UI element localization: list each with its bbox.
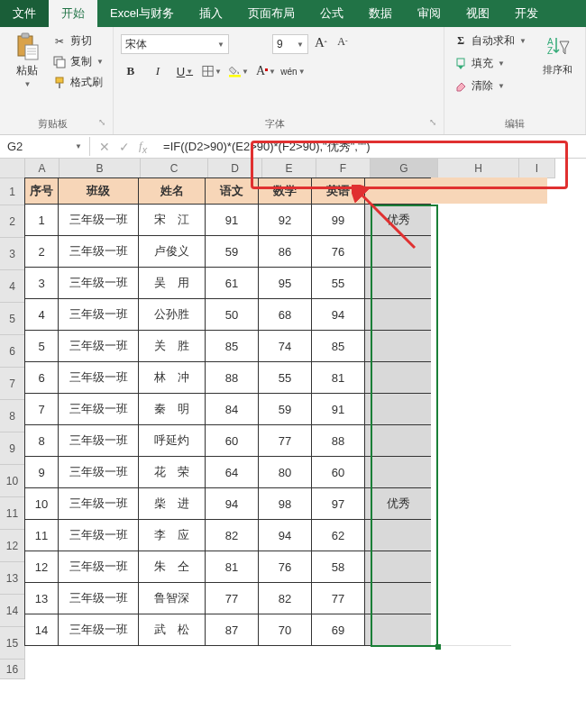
cell[interactable]: 84 [205, 393, 259, 425]
cell[interactable]: 6 [24, 361, 59, 394]
header-cell[interactable] [364, 177, 432, 205]
cell[interactable]: 吴 用 [138, 267, 206, 299]
cell[interactable]: 69 [311, 614, 365, 646]
name-box[interactable]: G2 ▼ [0, 137, 90, 156]
cell[interactable]: 87 [205, 614, 259, 646]
row-header[interactable]: 11 [0, 497, 25, 530]
col-header[interactable]: B [60, 159, 141, 178]
cell[interactable] [364, 614, 432, 646]
cell[interactable] [511, 235, 547, 268]
cell[interactable]: 91 [205, 204, 259, 236]
cell[interactable] [364, 267, 432, 299]
row-header[interactable]: 16 [0, 660, 25, 679]
increase-font-button[interactable]: Aˆ [312, 35, 330, 53]
cell[interactable] [431, 267, 512, 299]
cell[interactable]: 95 [258, 267, 312, 299]
cell[interactable] [431, 235, 512, 268]
font-size-select[interactable]: 9▼ [272, 34, 308, 54]
cell[interactable] [364, 456, 432, 488]
cell[interactable]: 85 [205, 330, 259, 362]
cell[interactable]: 三年级一班 [58, 393, 139, 425]
cell[interactable]: 60 [311, 456, 365, 488]
cell[interactable] [364, 298, 432, 331]
header-cell[interactable]: 班级 [58, 177, 139, 205]
row-header[interactable]: 1 [0, 178, 25, 205]
enter-icon[interactable]: ✓ [119, 140, 130, 154]
cell[interactable]: 7 [24, 393, 59, 425]
cell[interactable]: 花 荣 [138, 456, 206, 488]
cell[interactable]: 9 [24, 456, 59, 488]
bold-button[interactable]: B [121, 61, 141, 81]
cell[interactable]: 85 [311, 330, 365, 362]
cell[interactable] [364, 393, 432, 425]
cell[interactable] [431, 177, 512, 205]
paste-button[interactable]: 粘贴 ▼ [7, 31, 47, 90]
cell[interactable] [364, 519, 432, 551]
cell[interactable] [431, 487, 512, 520]
cell[interactable]: 77 [311, 582, 365, 614]
cell[interactable]: 64 [205, 456, 259, 488]
cell[interactable]: 61 [205, 267, 259, 299]
cell[interactable]: 三年级一班 [58, 551, 139, 583]
cell[interactable]: 5 [24, 330, 59, 362]
row-header[interactable]: 13 [0, 562, 25, 595]
row-header[interactable]: 7 [0, 368, 25, 400]
cell[interactable]: 58 [311, 551, 365, 583]
row-header[interactable]: 5 [0, 303, 25, 335]
row-header[interactable]: 12 [0, 530, 25, 562]
format-painter-button[interactable]: 格式刷 [50, 74, 105, 91]
sheet-grid[interactable]: 1 2 3 4 5 6 7 8 9 10 11 12 13 14 15 16 A… [0, 159, 586, 679]
cell[interactable] [511, 456, 547, 488]
cell[interactable]: 3 [24, 267, 59, 299]
row-header[interactable]: 9 [0, 432, 25, 465]
cell[interactable]: 62 [311, 519, 365, 551]
cell[interactable]: 三年级一班 [58, 204, 139, 236]
cell[interactable]: 59 [205, 235, 259, 268]
tab-page-layout[interactable]: 页面布局 [235, 0, 307, 27]
cell[interactable]: 公孙胜 [138, 298, 206, 331]
row-header[interactable]: 6 [0, 335, 25, 368]
cell[interactable] [431, 298, 512, 331]
cell[interactable]: 99 [311, 204, 365, 236]
tab-insert[interactable]: 插入 [187, 0, 235, 27]
cell[interactable] [511, 267, 547, 299]
tab-file[interactable]: 文件 [0, 0, 49, 27]
cell[interactable]: 97 [311, 487, 365, 520]
cell[interactable]: 林 冲 [138, 361, 206, 394]
cell[interactable]: 李 应 [138, 519, 206, 551]
row-header[interactable]: 10 [0, 465, 25, 497]
cell[interactable]: 三年级一班 [58, 456, 139, 488]
cell[interactable] [364, 582, 432, 614]
clear-button[interactable]: 清除▼ [452, 77, 528, 95]
header-cell[interactable]: 数学 [258, 177, 312, 205]
border-button[interactable]: ▼ [202, 61, 222, 81]
cell[interactable]: 三年级一班 [58, 424, 139, 457]
cell[interactable] [511, 298, 547, 331]
cancel-icon[interactable]: ✕ [99, 140, 110, 154]
cell[interactable]: 10 [24, 487, 59, 520]
decrease-font-button[interactable]: Aˇ [334, 35, 352, 53]
cell[interactable]: 82 [205, 519, 259, 551]
cell[interactable] [431, 456, 512, 488]
cell[interactable] [364, 361, 432, 394]
cell[interactable]: 13 [24, 582, 59, 614]
cell[interactable]: 宋 江 [138, 204, 206, 236]
cell[interactable] [511, 614, 547, 646]
tab-home[interactable]: 开始 [49, 0, 97, 27]
cell[interactable]: 2 [24, 235, 59, 268]
header-cell[interactable]: 英语 [311, 177, 365, 205]
row-header[interactable]: 8 [0, 400, 25, 432]
cell[interactable] [511, 582, 547, 614]
tab-data[interactable]: 数据 [356, 0, 405, 27]
cell[interactable]: 55 [311, 267, 365, 299]
cell[interactable] [431, 361, 512, 394]
cell[interactable]: 76 [311, 235, 365, 268]
underline-button[interactable]: U▼ [175, 61, 195, 81]
cell[interactable]: 三年级一班 [58, 235, 139, 268]
cell[interactable]: 三年级一班 [58, 519, 139, 551]
row-header[interactable]: 14 [0, 595, 25, 627]
cell[interactable]: 卢俊义 [138, 235, 206, 268]
cell[interactable]: 12 [24, 551, 59, 583]
cell[interactable]: 81 [205, 551, 259, 583]
cell[interactable]: 14 [24, 614, 59, 646]
